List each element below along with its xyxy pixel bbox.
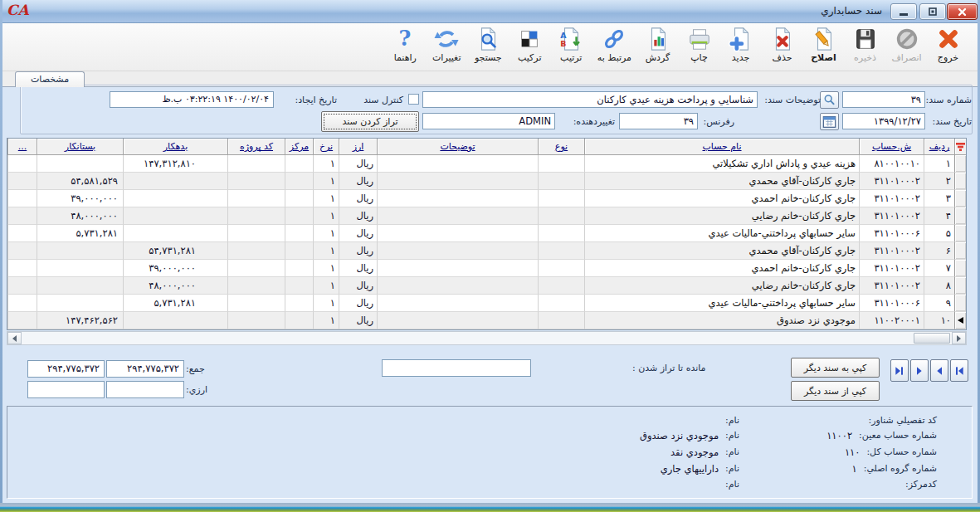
cell-project-code[interactable] [227,277,285,295]
cell-account-name[interactable]: هزينه عيدي و پاداش اداري تشکيلاتي [584,155,859,173]
doc-number-search-button[interactable] [820,91,839,109]
column-header-center[interactable]: مرکز [285,139,313,155]
table-row[interactable]: ۸۳۱۱۰۱۰۰۰۲جاري کارکنان-خانم رضاييريال۱۴۸… [7,277,966,295]
cell-rate[interactable]: ۱ [313,312,339,329]
cell-row-number[interactable]: ۴ [924,207,954,225]
table-row[interactable]: ۷۳۱۱۰۱۰۰۰۲جاري کارکنان-خانم احمديريال۱۳۹… [7,260,966,277]
table-row[interactable]: ۵۳۱۱۰۱۰۰۰۶ساير حسابهاي پرداختني-ماليات ع… [7,225,966,242]
cell-more[interactable] [7,207,37,225]
cell-account-number[interactable]: ۱۱۰۰۲۰۰۰۱ [859,312,924,329]
column-header-account-number[interactable]: ش.حساب [859,139,924,155]
cell-center[interactable] [285,242,313,260]
cell-account-name[interactable]: جاري کارکنان-خانم رضايي [584,207,859,225]
cell-currency[interactable]: ريال [339,207,377,225]
cell-currency[interactable]: ريال [339,312,377,329]
cell-credit[interactable]: ۵,۷۳۱,۲۸۱ [37,225,123,242]
cell-account-name[interactable]: موجودي نزد صندوق [584,312,859,329]
cell-type[interactable] [538,242,584,260]
scrollbar-thumb[interactable] [914,333,950,344]
cell-description[interactable] [377,295,538,312]
close-button[interactable] [947,3,978,20]
cell-center[interactable] [285,173,313,190]
cell-description[interactable] [377,260,538,277]
search-doc-button[interactable]: جستجو [469,27,508,63]
cell-debit[interactable] [123,173,227,190]
cell-debit[interactable]: ۳۹,۰۰۰,۰۰۰ [123,260,227,277]
link-button[interactable]: مرتبط به [593,27,636,63]
cell-center[interactable] [285,295,313,312]
cell-credit[interactable] [37,242,123,260]
reference-input[interactable] [619,113,698,129]
sort-button[interactable]: ABترتيب [552,27,591,63]
cell-account-name[interactable]: ساير حسابهاي پرداختني-ماليات عيدي [584,295,859,312]
combine-button[interactable]: ترکيب [510,27,549,63]
scroll-right-button[interactable] [952,332,966,344]
help-button[interactable]: ?راهنما [386,27,425,63]
horizontal-scrollbar[interactable] [7,331,967,345]
cell-account-number[interactable]: ۳۱۱۰۱۰۰۰۲ [859,242,924,260]
column-header-project-code[interactable]: کد پروژه [227,139,285,155]
cell-credit[interactable]: ۴۸,۰۰۰,۰۰۰ [37,207,123,225]
cell-account-number[interactable]: ۳۱۱۰۱۰۰۰۲ [859,207,924,225]
cell-project-code[interactable] [227,207,285,225]
row-selector[interactable] [954,155,966,173]
cell-center[interactable] [285,312,313,329]
cell-description[interactable] [377,155,538,173]
cell-project-code[interactable] [227,155,285,173]
turnover-button[interactable]: گردش [638,27,677,63]
balance-document-button[interactable]: تراز کردن سند [321,111,419,132]
changes-button[interactable]: تغييرات [427,27,466,63]
cell-row-number[interactable]: ۸ [924,277,954,295]
cell-rate[interactable]: ۱ [313,225,339,242]
cell-debit[interactable] [123,312,227,329]
cell-row-number[interactable]: ۱۰ [924,312,954,329]
cell-center[interactable] [285,260,313,277]
cell-project-code[interactable] [227,190,285,207]
cell-center[interactable] [285,207,313,225]
row-selector[interactable] [954,242,966,260]
cell-debit[interactable]: ۱۴۷,۳۱۲,۸۱۰ [123,155,227,173]
column-header-description[interactable]: توضيحات [377,139,538,155]
cell-account-number[interactable]: ۳۱۱۰۱۰۰۰۲ [859,260,924,277]
table-row[interactable]: ۳۳۱۱۰۱۰۰۰۲جاري کارکنان-خانم احمديريال۱۳۹… [7,190,966,207]
cell-project-code[interactable] [227,242,285,260]
cell-more[interactable] [7,190,37,207]
column-header-credit[interactable]: بستانکار [37,139,123,155]
copy-to-document-button[interactable]: کپي به سند ديگر [791,358,880,378]
cell-currency[interactable]: ريال [339,225,377,242]
column-header-rate[interactable]: نرخ [313,139,339,155]
cell-type[interactable] [538,312,584,329]
cell-credit[interactable] [37,295,123,312]
nav-last-record-button[interactable] [890,359,909,382]
cell-description[interactable] [377,242,538,260]
new-button[interactable]: جديد [721,27,760,63]
nav-previous-record-button[interactable] [930,359,948,382]
cell-rate[interactable]: ۱ [313,295,339,312]
edit-button[interactable]: اصلاح [804,27,843,63]
cell-currency[interactable]: ريال [339,155,377,173]
cell-credit[interactable] [37,155,123,173]
cell-debit[interactable] [123,207,227,225]
cell-account-number[interactable]: ۳۱۱۰۱۰۰۰۲ [859,190,924,207]
cell-description[interactable] [377,190,538,207]
cell-currency[interactable]: ريال [339,190,377,207]
cell-more[interactable] [7,173,37,190]
cell-type[interactable] [538,190,584,207]
column-header-account-name[interactable]: نام حساب [584,139,859,155]
nav-next-record-button[interactable] [910,359,929,382]
column-header-type[interactable]: نوع [538,139,584,155]
cell-credit[interactable]: ۳۹,۰۰۰,۰۰۰ [37,190,123,207]
cell-project-code[interactable] [227,225,285,242]
cell-credit[interactable]: ۱۴۷,۴۶۲,۵۶۲ [37,312,123,329]
column-header-row-number[interactable]: رديف [924,139,954,155]
delete-button[interactable]: حذف [763,27,802,63]
cell-center[interactable] [285,277,313,295]
cell-account-name[interactable]: جاري کارکنان-آقاي محمدي [584,173,859,190]
cell-debit[interactable]: ۴۸,۰۰۰,۰۰۰ [123,277,227,295]
cell-account-number[interactable]: ۳۱۱۰۱۰۰۰۲ [859,173,924,190]
row-selector[interactable] [954,225,966,242]
cell-credit[interactable]: ۵۴,۵۸۱,۵۲۹ [37,173,123,190]
cell-description[interactable] [377,277,538,295]
cell-type[interactable] [538,155,584,173]
cell-account-number[interactable]: ۳۱۱۰۱۰۰۰۶ [859,295,924,312]
